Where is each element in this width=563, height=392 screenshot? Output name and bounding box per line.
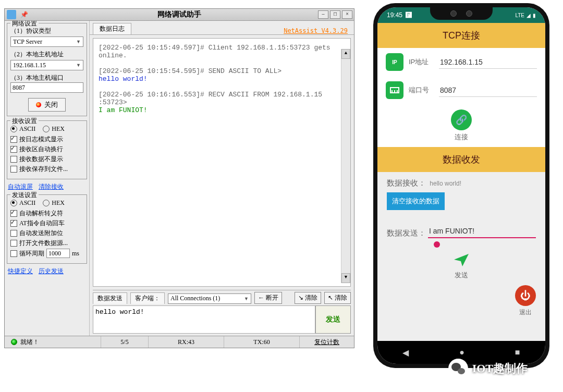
netassist-window: 📌 网络调试助手 – □ × 网络设置 （1）协议类型 TCP Server▼ …: [4, 8, 354, 348]
signal-icon: ◢: [527, 13, 531, 18]
recv-hide-checkbox[interactable]: 接收数据不显示: [10, 155, 83, 164]
send-links: 快捷定义 历史发送: [8, 267, 86, 276]
recv-value: hello world!: [430, 180, 461, 187]
recv-logmode-checkbox[interactable]: 按日志模式显示: [10, 135, 83, 144]
send-append-checkbox[interactable]: 自动发送附加位: [10, 229, 83, 238]
exit-label: 退出: [515, 308, 536, 317]
nav-back-icon[interactable]: ◀: [402, 348, 409, 358]
log-tab[interactable]: 数据日志: [93, 23, 131, 34]
scrollbar[interactable]: ▲ ▼: [341, 49, 350, 283]
data-header: 数据收发: [377, 147, 545, 172]
parking-icon: 🅿: [406, 11, 412, 19]
ip-icon: IP: [386, 53, 403, 71]
port-label: （3）本地主机端口: [10, 74, 83, 82]
phone-send-label: 数据发送：: [387, 228, 426, 238]
recv-wrap-checkbox[interactable]: 接收区自动换行: [10, 145, 83, 154]
network-legend: 网络设置: [10, 21, 39, 28]
brand-link[interactable]: NetAssist V4.3.29: [284, 27, 348, 34]
log-line: [2022-06-25 10:16:16.553]# RECV ASCII FR…: [99, 91, 345, 106]
status-icon: [11, 339, 17, 345]
recv-ascii-radio[interactable]: ASCII: [10, 125, 35, 133]
status-count: 5/5: [101, 336, 149, 348]
send-escape-checkbox[interactable]: 自动解析转义符: [10, 209, 83, 218]
loop-period-input[interactable]: [46, 249, 70, 258]
status-rx: RX:43: [149, 336, 224, 348]
clear-received-button[interactable]: 清空接收的数据: [387, 192, 445, 210]
disconnect-button[interactable]: ←断开: [254, 292, 282, 304]
phone-notch: [430, 7, 493, 20]
tcp-header: TCP连接: [377, 23, 545, 48]
send-button[interactable]: 发送: [315, 305, 351, 334]
port-input[interactable]: [10, 82, 83, 93]
phone-frame: 19:45 🅿 LTE◢▮ TCP连接 IP IP地址 192.168.1.15…: [373, 3, 549, 368]
send-file-checkbox[interactable]: 打开文件数据源...: [10, 239, 83, 248]
reset-counter-link[interactable]: 复位计数: [300, 336, 354, 348]
recv-links: 自动滚屏 清除接收: [8, 182, 86, 191]
phone-time: 19:45: [387, 11, 402, 19]
recv-hex-radio[interactable]: HEX: [43, 125, 65, 133]
host-select[interactable]: 192.168.1.15▼: [10, 60, 83, 70]
statusbar: 就绪！ 5/5 RX:43 TX:60 复位计数: [5, 336, 354, 348]
client-tab[interactable]: 客户端：: [130, 292, 165, 304]
network-label: LTE: [515, 13, 524, 18]
send-data-tab[interactable]: 数据发送: [93, 292, 127, 304]
recv-label: 数据接收：: [387, 178, 426, 188]
send-at-checkbox[interactable]: AT指令自动回车: [10, 219, 83, 228]
titlebar: 📌 网络调试助手 – □ ×: [5, 9, 354, 21]
status-ready: 就绪！: [5, 336, 101, 348]
send-loop-checkbox[interactable]: 循环周期 ms: [10, 249, 83, 258]
nav-recent-icon[interactable]: ■: [515, 348, 520, 357]
clear-recv-link[interactable]: 清除接收: [39, 183, 64, 190]
log-line: [2022-06-25 10:15:49.597]# Client 192.16…: [99, 44, 345, 59]
clear-button-1[interactable]: ↘清除: [295, 292, 321, 304]
close-connection-button[interactable]: 关闭: [28, 98, 66, 112]
auto-scroll-link[interactable]: 自动滚屏: [8, 183, 33, 190]
record-icon: [36, 102, 41, 107]
watermark: IOT趣制作: [448, 359, 528, 378]
protocol-select[interactable]: TCP Server▼: [10, 36, 83, 47]
send-icon[interactable]: [387, 253, 536, 271]
log-line: hello world!: [99, 75, 345, 83]
log-line: [2022-06-25 10:15:54.595]# SEND ASCII TO…: [99, 67, 345, 75]
phone-send-input[interactable]: I am FUNIOT!: [428, 225, 536, 238]
send-legend: 发送设置: [10, 191, 39, 200]
recv-save-checkbox[interactable]: 接收保存到文件...: [10, 165, 83, 174]
connect-button[interactable]: 🔗: [451, 109, 472, 130]
receive-settings-group: 接收设置 ASCII HEX 按日志模式显示 接收区自动换行 接收数据不显示 接…: [7, 120, 87, 179]
connections-select[interactable]: All Connections (1)▼: [168, 293, 251, 304]
status-tx: TX:60: [224, 336, 300, 348]
log-textarea[interactable]: [2022-06-25 10:15:49.597]# Client 192.16…: [93, 38, 351, 287]
power-button[interactable]: ⏻: [515, 285, 536, 306]
scroll-up-icon[interactable]: ▲: [341, 49, 350, 59]
host-label: （2）本地主机地址: [10, 50, 83, 59]
send-textarea[interactable]: hello world!: [93, 305, 315, 334]
send-ascii-radio[interactable]: ASCII: [10, 199, 35, 207]
slider-thumb-icon[interactable]: [434, 241, 440, 248]
clear-button-2[interactable]: ↖清除: [324, 292, 351, 304]
ip-label: IP地址: [409, 57, 434, 67]
connect-label: 连接: [377, 132, 545, 142]
quick-def-link[interactable]: 快捷定义: [8, 267, 33, 275]
phone-send-label-text: 发送: [387, 271, 536, 280]
send-settings-group: 发送设置 ASCII HEX 自动解析转义符 AT指令自动回车 自动发送附加位 …: [7, 194, 87, 264]
wechat-icon: [448, 359, 468, 378]
send-hex-radio[interactable]: HEX: [43, 199, 65, 207]
window-title: 网络调试助手: [5, 10, 354, 19]
battery-icon: ▮: [533, 13, 536, 18]
scroll-down-icon[interactable]: ▼: [341, 273, 350, 283]
port-input-phone[interactable]: 8087: [439, 84, 537, 97]
recv-legend: 接收设置: [10, 117, 39, 126]
ip-input[interactable]: 192.168.1.15: [439, 56, 537, 69]
port-label: 端口号: [409, 85, 434, 95]
nav-home-icon[interactable]: ●: [459, 348, 464, 357]
network-settings-group: 网络设置 （1）协议类型 TCP Server▼ （2）本地主机地址 192.1…: [7, 23, 87, 116]
port-icon: [386, 81, 403, 99]
settings-sidebar: 网络设置 （1）协议类型 TCP Server▼ （2）本地主机地址 192.1…: [5, 21, 90, 336]
log-line: I am FUNIOT!: [99, 106, 345, 114]
history-link[interactable]: 历史发送: [39, 267, 64, 275]
